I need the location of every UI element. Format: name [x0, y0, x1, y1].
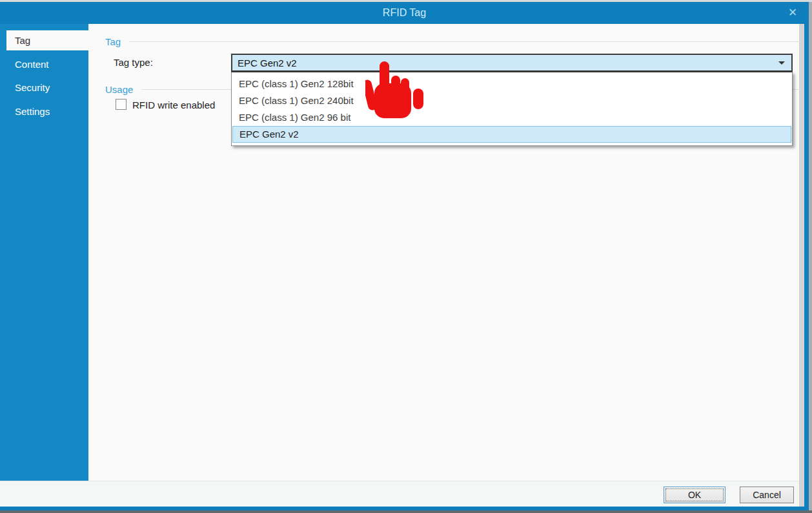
- sidebar: Tag Content Security Settings: [0, 24, 88, 481]
- tag-group-divider: [129, 41, 800, 42]
- dropdown-option-epc-class1-gen2-128bit[interactable]: EPC (class 1) Gen2 128bit: [232, 76, 791, 92]
- sidebar-item-settings[interactable]: Settings: [6, 101, 88, 121]
- tag-type-label: Tag type:: [114, 57, 153, 68]
- titlebar: RFID Tag ✕: [0, 2, 809, 24]
- usage-group-title: Usage: [105, 84, 133, 95]
- tag-type-dropdown-list: EPC (class 1) Gen2 128bit EPC (class 1) …: [231, 72, 793, 146]
- rfid-write-enabled-checkbox[interactable]: [116, 99, 127, 110]
- tag-type-selected-value: EPC Gen2 v2: [232, 58, 778, 68]
- cancel-button[interactable]: Cancel: [740, 487, 794, 503]
- sidebar-item-security[interactable]: Security: [6, 78, 88, 98]
- window-title: RFID Tag: [0, 2, 809, 24]
- dropdown-option-epc-class1-gen2-96bit[interactable]: EPC (class 1) Gen2 96 bit: [232, 109, 791, 126]
- rfid-write-enabled-label[interactable]: RFID write enabled: [132, 99, 215, 110]
- sidebar-item-tag[interactable]: Tag: [6, 30, 88, 50]
- close-icon[interactable]: ✕: [784, 5, 801, 21]
- window-right-inner-edge: [799, 24, 804, 507]
- tag-group-title: Tag: [105, 36, 121, 47]
- tag-type-combobox[interactable]: EPC Gen2 v2: [231, 54, 793, 72]
- dropdown-option-epc-gen2-v2[interactable]: EPC Gen2 v2: [232, 126, 791, 143]
- chevron-down-icon: [778, 61, 785, 65]
- window-right-border: [804, 24, 809, 507]
- window-bottom-edge: [0, 510, 812, 513]
- tag-group-header: Tag: [105, 36, 800, 47]
- ok-button[interactable]: OK: [664, 487, 726, 503]
- dropdown-option-epc-class1-gen2-240bit[interactable]: EPC (class 1) Gen2 240bit: [232, 92, 791, 109]
- sidebar-item-content[interactable]: Content: [6, 54, 88, 74]
